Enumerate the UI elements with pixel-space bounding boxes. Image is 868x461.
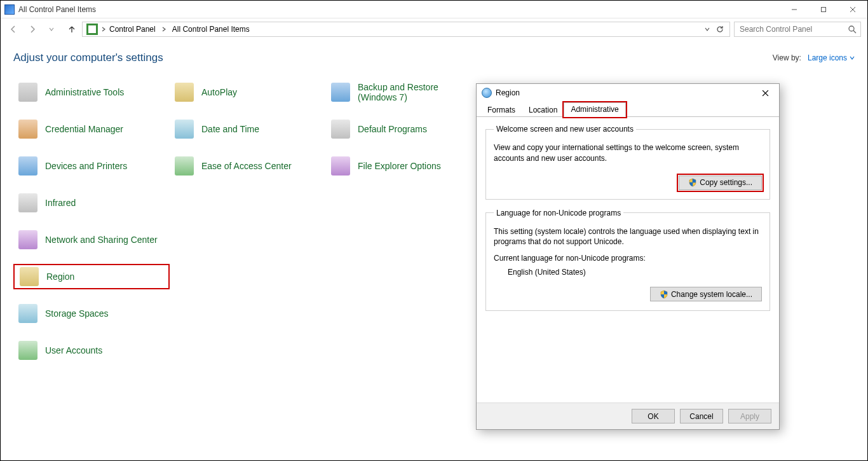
cp-item-icon <box>17 81 39 103</box>
up-button[interactable] <box>65 23 78 36</box>
page-title: Adjust your computer's settings <box>13 52 163 64</box>
cp-item-label: Backup and Restore (Windows 7) <box>358 82 478 102</box>
content-header: Adjust your computer's settings View by:… <box>13 52 855 64</box>
cp-item-icon <box>330 155 351 177</box>
cp-item-icon <box>18 266 40 287</box>
apply-button[interactable]: Apply <box>728 409 771 423</box>
cp-item-label: Default Programs <box>358 124 427 134</box>
control-panel-icon <box>4 4 15 15</box>
cp-item-icon <box>17 340 39 361</box>
cp-item-icon <box>17 303 39 324</box>
shield-icon <box>688 178 697 187</box>
control-panel-addr-icon <box>86 24 98 35</box>
window-controls <box>780 1 867 18</box>
change-system-locale-label: Change system locale... <box>671 290 752 299</box>
ok-button[interactable]: OK <box>632 409 675 423</box>
copy-settings-label: Copy settings... <box>700 178 752 187</box>
dialog-titlebar: Region <box>477 84 779 102</box>
search-input[interactable] <box>738 24 848 34</box>
cp-item-label: File Explorer Options <box>358 161 441 171</box>
cp-item[interactable]: Credential Manager <box>13 116 170 142</box>
svg-point-4 <box>849 26 854 31</box>
region-dialog: Region Formats Location Administrative W… <box>476 83 780 430</box>
search-icon <box>848 25 857 34</box>
view-by-dropdown[interactable]: Large icons <box>808 53 855 62</box>
cp-item-label: Administrative Tools <box>45 87 124 97</box>
breadcrumb: Control Panel All Control Panel Items <box>107 25 252 34</box>
shield-icon <box>660 290 668 299</box>
refresh-button[interactable] <box>714 24 726 35</box>
view-by-value: Large icons <box>808 53 847 62</box>
cp-item-icon <box>330 118 351 140</box>
cancel-button[interactable]: Cancel <box>680 409 723 423</box>
titlebar: All Control Panel Items <box>1 1 867 18</box>
minimize-button[interactable] <box>780 1 809 18</box>
cp-item[interactable]: Date and Time <box>170 116 326 142</box>
chevron-down-icon[interactable] <box>704 26 710 32</box>
view-by: View by: Large icons <box>773 53 855 62</box>
explorer-window: All Control Panel Items Control Panel Al… <box>0 0 868 461</box>
chevron-right-icon <box>100 26 107 32</box>
group-welcome-text: View and copy your international setting… <box>494 142 762 164</box>
cp-item[interactable]: User Accounts <box>13 338 170 363</box>
recent-dropdown[interactable] <box>44 22 59 37</box>
chevron-right-icon <box>161 26 167 32</box>
cp-item[interactable]: AutoPlay <box>170 79 326 105</box>
address-bar[interactable]: Control Panel All Control Panel Items <box>82 22 730 37</box>
cp-item[interactable]: File Explorer Options <box>326 153 482 179</box>
current-language-label: Current language for non-Unicode program… <box>494 254 762 263</box>
cp-item-label: Date and Time <box>201 124 259 134</box>
cp-item-icon <box>17 229 39 251</box>
cp-item-icon <box>330 81 351 103</box>
svg-line-5 <box>853 31 856 33</box>
dialog-body: Welcome screen and new user accounts Vie… <box>477 117 779 327</box>
cp-item-label: AutoPlay <box>201 87 237 97</box>
tab-location[interactable]: Location <box>522 103 564 117</box>
cp-item-label: Region <box>46 272 74 282</box>
cp-item-icon <box>17 192 39 214</box>
window-title: All Control Panel Items <box>18 5 96 14</box>
search-box[interactable] <box>734 22 861 37</box>
cp-item[interactable]: Default Programs <box>326 116 482 142</box>
cp-item-label: Devices and Printers <box>45 161 127 171</box>
tab-administrative[interactable]: Administrative <box>564 102 625 117</box>
cp-item[interactable]: Devices and Printers <box>13 153 170 179</box>
cp-item-label: Ease of Access Center <box>201 161 292 171</box>
dialog-close-button[interactable] <box>756 86 774 99</box>
view-by-label: View by: <box>773 53 801 62</box>
cp-item-label: Storage Spaces <box>45 308 109 319</box>
cp-item[interactable]: Network and Sharing Center <box>13 227 170 252</box>
change-system-locale-button[interactable]: Change system locale... <box>650 287 762 301</box>
breadcrumb-seg-2[interactable]: All Control Panel Items <box>170 25 252 34</box>
breadcrumb-seg-1[interactable]: Control Panel <box>107 25 158 34</box>
dialog-footer: OK Cancel Apply <box>477 403 779 429</box>
cp-item[interactable]: Region <box>13 264 170 289</box>
group-welcome-legend: Welcome screen and new user accounts <box>494 125 636 134</box>
dialog-tabs: Formats Location Administrative <box>477 102 779 117</box>
cp-item-icon <box>17 155 39 177</box>
cp-item[interactable]: Backup and Restore (Windows 7) <box>326 79 482 105</box>
cp-item[interactable]: Ease of Access Center <box>170 153 326 179</box>
group-welcome-screen: Welcome screen and new user accounts Vie… <box>485 125 770 200</box>
chevron-down-icon <box>850 55 855 60</box>
cp-item-icon <box>173 81 195 103</box>
cp-item[interactable]: Storage Spaces <box>13 301 170 326</box>
cp-item[interactable]: Administrative Tools <box>13 79 170 105</box>
cp-item-icon <box>17 118 39 140</box>
dialog-title: Region <box>496 88 520 97</box>
close-button[interactable] <box>838 1 867 18</box>
maximize-button[interactable] <box>809 1 838 18</box>
tab-formats[interactable]: Formats <box>480 103 522 117</box>
back-button[interactable] <box>6 22 21 37</box>
group-non-unicode-text: This setting (system locale) controls th… <box>494 226 762 248</box>
cp-item-label: Network and Sharing Center <box>45 235 158 245</box>
current-language-value: English (United States) <box>494 268 762 277</box>
group-non-unicode-legend: Language for non-Unicode programs <box>494 209 623 217</box>
copy-settings-button[interactable]: Copy settings... <box>679 175 762 190</box>
forward-button[interactable] <box>25 22 40 37</box>
svg-rect-1 <box>822 7 826 11</box>
cp-item-label: User Accounts <box>45 345 102 355</box>
cp-item[interactable]: Infrared <box>13 190 170 216</box>
toolbar: Control Panel All Control Panel Items <box>1 18 867 40</box>
group-non-unicode: Language for non-Unicode programs This s… <box>485 209 770 312</box>
